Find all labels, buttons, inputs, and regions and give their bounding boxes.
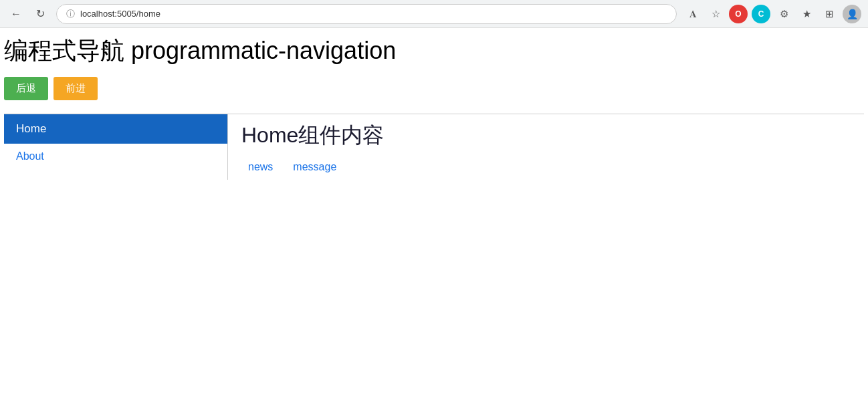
info-icon: ⓘ [66,8,75,20]
user-avatar[interactable]: 👤 [843,5,861,23]
address-url: localhost:5005/home [80,9,667,19]
back-icon: ← [11,8,21,20]
back-button[interactable]: ← [7,5,25,23]
refresh-icon: ↻ [36,7,45,20]
sidebar-item-about[interactable]: About [4,144,227,169]
sub-links: news message [241,161,851,173]
main-layout: Home About Home组件内容 news message [4,114,864,180]
refresh-button[interactable]: ↻ [31,5,49,23]
browser-toolbar-icons: 𝐀 ☆ O C ⚙ ★ ⊞ 👤 [683,5,861,23]
back-button[interactable]: 后退 [4,77,48,100]
home-component-title: Home组件内容 [241,121,851,150]
forward-button[interactable]: 前进 [53,77,98,100]
browser-nav-buttons: ← ↻ [7,5,49,23]
opera-icon[interactable]: O [729,5,748,23]
news-link[interactable]: news [248,161,273,173]
page-title: 编程式导航 programmatic-navigation [4,35,864,67]
reader-mode-icon[interactable]: 𝐀 [683,5,702,23]
button-row: 后退 前进 [4,77,864,100]
c-extension-icon[interactable]: C [752,5,770,23]
browser-chrome: ← ↻ ⓘ localhost:5005/home 𝐀 ☆ O C ⚙ ★ ⊞ … [0,0,868,28]
address-bar[interactable]: ⓘ localhost:5005/home [56,4,677,24]
tab-icon[interactable]: ⊞ [820,5,839,23]
sidebar-nav: Home About [4,114,228,180]
star-icon[interactable]: ★ [797,5,816,23]
settings-icon[interactable]: ⚙ [774,5,793,23]
sidebar-item-home[interactable]: Home [4,114,227,144]
favorites-icon[interactable]: ☆ [706,5,725,23]
message-link[interactable]: message [293,161,336,173]
page-content: 编程式导航 programmatic-navigation 后退 前进 Home… [0,28,868,186]
content-area: Home组件内容 news message [228,114,864,180]
